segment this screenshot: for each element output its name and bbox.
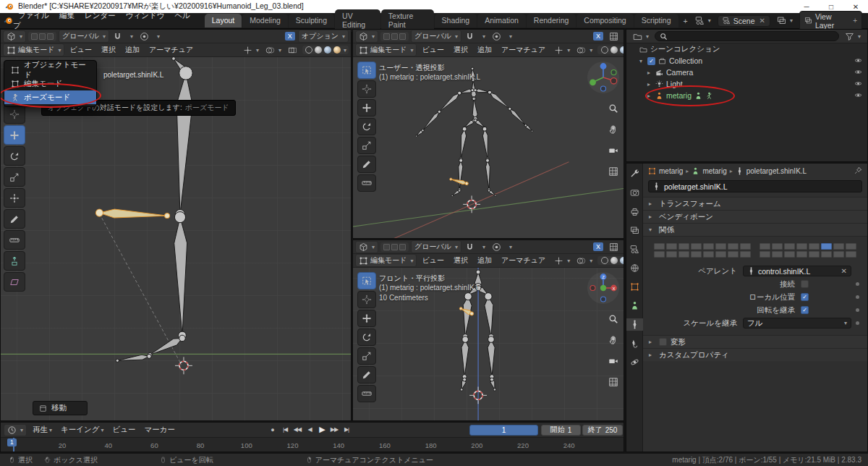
workspace-tab-Compositing[interactable]: Compositing	[576, 14, 633, 27]
select-mode-toggle[interactable]	[383, 244, 390, 250]
bone-layer-cell[interactable]	[691, 251, 702, 258]
mode-dropdown[interactable]: 編集モード▾	[355, 254, 417, 267]
overlays-dropdown[interactable]: ▾	[263, 45, 284, 56]
mode-dropdown[interactable]: 編集モード▾	[355, 43, 417, 56]
viewport-menu-選択[interactable]: 選択	[97, 43, 120, 56]
outliner-row-Collection[interactable]: ▾✓Collection	[626, 55, 867, 67]
bone-layer-cell[interactable]	[821, 251, 832, 258]
timeline-menu-再生[interactable]: 再生▾	[28, 423, 56, 436]
editor-type-button[interactable]: ▾	[4, 424, 27, 436]
bone-layer-cell[interactable]	[784, 243, 795, 250]
jump-start-icon[interactable]: |◀	[279, 424, 291, 435]
scene-browse-button[interactable]: ▾	[692, 15, 714, 26]
select-mode-group[interactable]	[380, 32, 409, 41]
shading-solid-icon[interactable]	[610, 46, 618, 54]
editor-type-button[interactable]: ▾	[355, 30, 378, 43]
prev-frame-icon[interactable]: ◀	[304, 424, 315, 435]
snap-dropdown[interactable]: ▾	[478, 33, 488, 41]
select-mode-toggle[interactable]	[383, 33, 390, 40]
blender-menu-icon[interactable]	[4, 16, 13, 25]
shading-material-icon[interactable]	[324, 46, 331, 54]
properties-tab-scene[interactable]	[626, 243, 643, 255]
collection-checkbox[interactable]: ✓	[647, 57, 655, 65]
mirror-x-toggle[interactable]: X	[593, 32, 603, 41]
snap-dropdown[interactable]: ▾	[478, 243, 488, 251]
tool-measure-icon[interactable]	[357, 174, 376, 192]
properties-tab-output[interactable]	[626, 206, 643, 218]
viewport-menu-ビュー[interactable]: ビュー	[417, 254, 448, 267]
select-mode-toggle[interactable]	[391, 33, 398, 40]
bone-layer-cell[interactable]	[740, 251, 751, 258]
eye-icon[interactable]	[854, 56, 862, 66]
shading-wireframe-icon[interactable]	[305, 46, 312, 54]
editor-type-button[interactable]: ▾	[355, 241, 378, 253]
inherit-rotation-checkbox[interactable]: ✓	[801, 306, 809, 314]
workspace-tab-Scripting[interactable]: Scripting	[634, 14, 678, 27]
panel-transform[interactable]: ▸トランスフォーム	[643, 197, 867, 210]
viewport-front-canvas[interactable]: フロント・平行投影 (1) metarig : poletarget.shinI…	[353, 268, 624, 420]
decorator-dot[interactable]	[851, 321, 863, 325]
viewport-menu-ビュー[interactable]: ビュー	[65, 43, 95, 56]
clear-parent-icon[interactable]: ✕	[841, 267, 847, 275]
shading-modes[interactable]: ▾	[597, 256, 624, 265]
grid-button[interactable]	[608, 166, 618, 178]
tool-move-icon[interactable]	[357, 99, 376, 116]
outliner-filter-button[interactable]: ▾	[842, 31, 864, 42]
orientation-dropdown[interactable]: グローバル▾	[411, 30, 461, 43]
snap-toggle[interactable]	[462, 31, 477, 42]
bone-layer-cell[interactable]	[846, 243, 856, 250]
frame-end-field[interactable]: 終了250	[582, 425, 623, 436]
parent-field[interactable]: control.shinIK.L✕	[743, 266, 851, 276]
bone-layer-cell[interactable]	[833, 243, 844, 250]
hand-button[interactable]	[608, 124, 618, 136]
timeline-ruler[interactable]: 1 20406080100120140160180200220240	[1, 437, 624, 452]
select-mode-group[interactable]	[380, 242, 409, 252]
select-mode-toggle[interactable]	[31, 33, 38, 40]
viewport-user-canvas[interactable]: ユーザー・透視投影 (1) metarig : poletarget.shinI…	[353, 57, 624, 238]
zoom-button[interactable]	[608, 103, 618, 115]
camera-view-button[interactable]	[608, 356, 618, 368]
bone-layer-cell[interactable]	[740, 243, 751, 250]
viewport-menu-アーマチュア[interactable]: アーマチュア	[497, 254, 550, 267]
tool-shear-icon[interactable]	[4, 272, 25, 292]
editor-type-button[interactable]: ▾	[3, 30, 26, 43]
outliner-row-Light[interactable]: ▸Light	[626, 78, 867, 90]
timeline-menu-ビュー[interactable]: ビュー	[109, 423, 140, 436]
frame-start-field[interactable]: 開始1	[541, 425, 581, 436]
viewport-menu-追加[interactable]: 追加	[121, 43, 144, 56]
snap-toggle[interactable]	[110, 31, 125, 42]
tool-measure-icon[interactable]	[357, 385, 376, 402]
viewport-menu-追加[interactable]: 追加	[473, 43, 496, 56]
properties-tab-render[interactable]	[626, 187, 643, 199]
tool-select-box-icon[interactable]	[357, 272, 376, 289]
navigation-gizmo[interactable]	[587, 61, 620, 94]
tool-annotate-icon[interactable]	[357, 366, 376, 384]
tool-transform-icon[interactable]	[4, 188, 25, 208]
tool-annotate-icon[interactable]	[357, 156, 376, 173]
bone-layer-cell[interactable]	[809, 251, 820, 258]
mirror-x-toggle[interactable]: X	[593, 242, 603, 251]
view-layer-browse-button[interactable]: ▾	[774, 15, 796, 26]
deform-checkbox[interactable]	[659, 338, 667, 346]
current-frame-field[interactable]: 1	[469, 425, 538, 436]
tool-rotate-icon[interactable]	[357, 118, 376, 135]
workspace-tab-Sculpting[interactable]: Sculpting	[289, 14, 334, 27]
bone-layer-cell[interactable]	[821, 243, 832, 250]
bone-layer-cell[interactable]	[654, 243, 665, 250]
snap-dropdown[interactable]: ▾	[126, 33, 136, 41]
connected-checkbox[interactable]	[801, 280, 809, 288]
local-location-checkbox[interactable]: ✓	[801, 293, 809, 301]
bone-layer-cell[interactable]	[760, 243, 770, 250]
overlays-dropdown[interactable]: ▾	[574, 45, 595, 56]
bone-layers-grid[interactable]	[643, 240, 867, 264]
bone-layer-cell[interactable]	[772, 251, 783, 258]
proportional-dropdown[interactable]: ▾	[505, 243, 515, 251]
panel-bendy-bones[interactable]: ▸ベンディボーン	[643, 210, 867, 223]
workspace-tab-Animation[interactable]: Animation	[477, 14, 526, 27]
panel-relations[interactable]: ▾関係	[643, 223, 867, 236]
breadcrumb-item[interactable]: poletarget.shinIK.L	[746, 167, 807, 175]
select-mode-toggle[interactable]	[47, 33, 54, 40]
bone-layer-cell[interactable]	[796, 251, 807, 258]
shading-material-icon[interactable]	[620, 257, 624, 264]
zoom-button[interactable]	[608, 314, 618, 326]
